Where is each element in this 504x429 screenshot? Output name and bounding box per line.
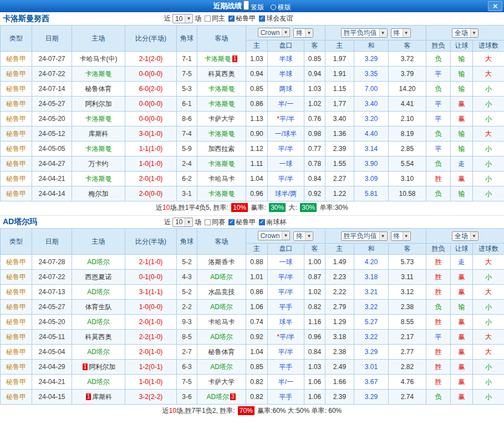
match-count-value: 10	[175, 218, 182, 226]
cell-odds-handicap: 平/半	[268, 345, 304, 360]
cell-home-team: 1库斯科	[72, 390, 125, 405]
cell-avg-draw: 3.29	[354, 52, 389, 67]
cell-result-handicap: 赢	[451, 315, 473, 330]
radio-horizontal-icon[interactable]	[271, 4, 276, 10]
radio-horizontal-label[interactable]: 横版	[278, 3, 291, 11]
changed-line-marker: *	[277, 115, 279, 123]
team-name-text: 卡洛斯曼	[208, 100, 235, 108]
filter-bar: 近 10▼ 场 同赛 秘鲁甲 南球杯	[164, 218, 286, 227]
fulltime-select[interactable]: 全场▼	[452, 28, 478, 38]
bookmaker-select[interactable]: Crown▼	[258, 231, 291, 240]
cell-odds-home: 0.86	[246, 285, 268, 300]
team-name-text: AD塔尔	[210, 273, 233, 281]
cell-result-goals: 小	[473, 112, 504, 127]
checkbox-icon[interactable]	[228, 219, 235, 225]
cell-result-handicap: 赢	[451, 360, 473, 375]
cell-avg-home: 1.29	[325, 315, 354, 330]
match-row: 秘鲁甲24-07-22西恩夏诺0-1(0-0)4-3AD塔尔1.01平/半0.8…	[1, 270, 504, 285]
chevron-down-icon: ▼	[185, 14, 192, 23]
checkbox-icon[interactable]	[259, 16, 265, 22]
team-name-text: 卡洛斯曼	[85, 115, 112, 123]
cell-league: 秘鲁甲	[1, 375, 32, 390]
cell-date: 24-07-27	[32, 52, 72, 67]
cell-corners: 5-3	[177, 82, 197, 97]
radio-vertical-icon[interactable]	[243, 1, 249, 10]
cell-avg-draw: 3.67	[354, 375, 389, 390]
checkbox-cup[interactable]: 南球杯	[259, 218, 286, 227]
checkbox-icon[interactable]	[228, 16, 235, 22]
cell-result-handicap: 赢	[451, 112, 473, 127]
close-icon[interactable]: ×	[488, 1, 502, 11]
cell-date: 24-05-12	[32, 127, 72, 142]
odds-stage-select[interactable]: 终▼	[293, 231, 313, 241]
checkbox-friendly[interactable]: 球会友谊	[259, 14, 293, 23]
cell-score: 3-2(2-2)	[125, 390, 177, 405]
avg-stage-select[interactable]: 终▼	[391, 231, 411, 241]
cell-result-goals: 小	[473, 270, 504, 285]
col-corner: 角球	[177, 26, 197, 52]
cell-odds-home: 0.85	[246, 360, 268, 375]
cell-score: 1-2(0-1)	[125, 360, 177, 375]
cell-date: 24-07-22	[32, 67, 72, 82]
avg-stage-select[interactable]: 终▼	[391, 28, 411, 38]
cell-score: 3-1(1-1)	[125, 285, 177, 300]
checkbox-label: 球会友谊	[266, 14, 293, 23]
cell-result-handicap: 输	[451, 67, 473, 82]
filter-bar: 近 10▼ 场 同主 秘鲁甲 球会友谊	[164, 14, 293, 23]
cell-avg-away: 3.72	[389, 52, 426, 67]
cell-result-goals: 小	[473, 360, 504, 375]
summary-text: 10	[169, 407, 176, 415]
col-result-wdl: 胜负	[426, 41, 451, 52]
checkbox-icon[interactable]	[205, 219, 211, 225]
checkbox-same-competition[interactable]: 同赛	[205, 218, 225, 227]
team-name-text: AD塔尔	[210, 363, 233, 371]
checkbox-icon[interactable]	[205, 16, 211, 22]
col-avg-home: 主	[325, 41, 354, 52]
avg-odds-select[interactable]: 胜平负均值▼	[341, 28, 388, 38]
cell-corners: 9-3	[177, 315, 197, 330]
summary-text: 大:	[287, 204, 299, 211]
cell-odds-home: 0.86	[246, 97, 268, 112]
checkbox-league[interactable]: 秘鲁甲	[228, 218, 256, 227]
checkbox-same-home[interactable]: 同主	[205, 14, 225, 23]
col-result-goals: 进球数	[473, 41, 504, 52]
near-label: 近	[164, 14, 171, 23]
section-away-team: AD塔尔玛 近 10▼ 场 同赛 秘鲁甲 南球杯 类型 日期 主场 比分(半场)…	[0, 215, 504, 417]
cell-avg-home: 2.38	[325, 345, 354, 360]
cell-home-team: 卡洛斯曼	[72, 112, 125, 127]
avg-stage-value: 终	[394, 28, 400, 38]
avg-odds-select[interactable]: 胜平负均值▼	[341, 231, 388, 241]
cell-result-handicap: 赢	[451, 375, 473, 390]
cell-away-team: 卡洛斯曼	[197, 97, 246, 112]
team-name-text: 库斯科	[92, 393, 112, 401]
team-name-text: 卡洛斯曼	[85, 175, 112, 183]
cell-score: 2-0(0-0)	[125, 186, 177, 201]
cell-odds-away: 0.92	[304, 186, 325, 201]
odds-stage-select[interactable]: 终▼	[293, 28, 313, 38]
match-count-select[interactable]: 10▼	[172, 14, 193, 23]
cell-odds-home: 1.12	[246, 142, 268, 157]
checkbox-league[interactable]: 秘鲁甲	[228, 14, 256, 23]
col-score: 比分(半场)	[125, 229, 177, 255]
team-name-text: 卡哈马卡	[208, 175, 235, 183]
cell-league: 秘鲁甲	[1, 300, 32, 315]
cell-date: 24-05-27	[32, 97, 72, 112]
match-count-select[interactable]: 10▼	[172, 218, 193, 227]
team-name-text: 卡哈马卡(中)	[80, 55, 118, 63]
team-name-text: 洛斯香卡	[208, 258, 235, 266]
cell-odds-away: 0.84	[304, 171, 325, 186]
cell-result-handicap: 赢	[451, 270, 473, 285]
team-name-text: AD塔尔	[87, 288, 110, 296]
cell-home-team: AD塔尔	[72, 315, 125, 330]
cell-avg-draw: 7.00	[354, 82, 389, 97]
cell-date: 24-04-27	[32, 157, 72, 171]
cell-result-wdl: 平	[426, 112, 451, 127]
cell-result-goals: 大	[473, 330, 504, 345]
cell-result-goals: 大	[473, 52, 504, 67]
bookmaker-select[interactable]: Crown▼	[258, 28, 291, 37]
checkbox-icon[interactable]	[259, 219, 265, 225]
team-name-text: AD塔尔	[210, 303, 233, 311]
radio-vertical-label[interactable]: 竖版	[251, 3, 264, 11]
cell-result-goals: 小	[473, 186, 504, 201]
fulltime-select[interactable]: 全场▼	[452, 231, 478, 241]
